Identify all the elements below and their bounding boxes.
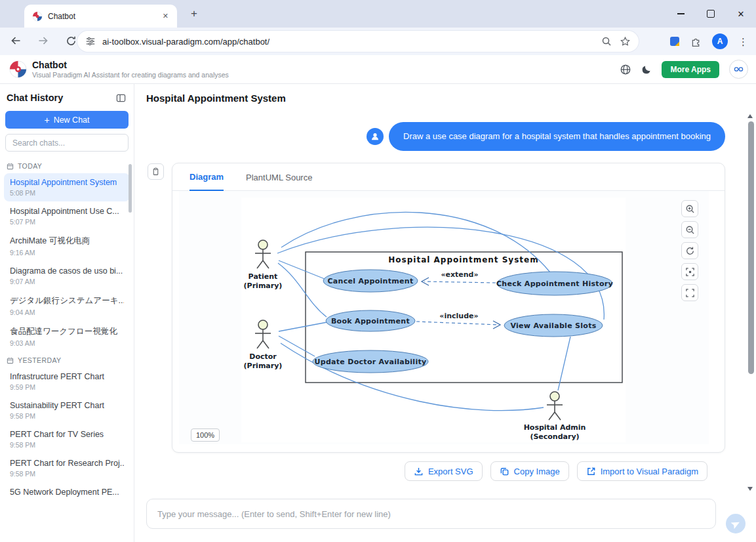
import-to-visual-paradigm-button[interactable]: Import to Visual Paradigm [577,461,707,481]
send-button[interactable] [726,514,746,533]
chat-history-item[interactable]: 5G Network Deployment PE... [4,483,130,503]
tab-diagram[interactable]: Diagram [189,172,224,191]
chat-history-item[interactable]: Diagrama de casos de uso bi... 9:07 AM [4,262,130,290]
actor-role: (Primary) [244,281,283,290]
forward-icon [37,35,49,47]
diagram-zoom-controls [681,200,698,301]
browser-tabstrip: Chatbot ✕ + ✕ [0,0,756,28]
user-icon [370,132,380,141]
chatbot-avatar-button[interactable] [729,60,748,79]
window-maximize-button[interactable] [696,0,726,28]
result-tabs: Diagram PlantUML Source [172,163,725,191]
search-chats-input[interactable] [6,138,128,148]
chat-history-item[interactable]: 食品配達ワークフロー視覚化 9:03 AM [4,322,130,352]
fullscreen-icon [685,288,695,298]
browser-tab[interactable]: Chatbot ✕ [24,5,177,28]
maximize-icon [707,10,715,18]
chat-item-time: 5:08 PM [10,189,124,197]
chat-history-item[interactable]: PERT Chart for Research Proj... 9:58 PM [4,454,130,482]
export-svg-button[interactable]: Export SVG [405,461,483,481]
language-globe-icon[interactable] [620,64,631,75]
clipboard-icon [151,167,160,176]
use-case-diagram: Hospital Appointment System C [179,191,709,444]
chat-item-time: 9:58 PM [10,412,124,420]
chat-history-item[interactable]: ArchiMate 可视化电商 9:16 AM [4,231,130,261]
dark-mode-moon-icon[interactable] [641,64,652,75]
new-chat-label: New Chat [54,115,90,125]
chat-area: Draw a use case diagram for a hospital s… [134,112,756,493]
chat-history-item[interactable]: PERT Chart for TV Series 9:58 PM [4,425,130,453]
actor-name: Hospital Admin [524,423,586,432]
diagram-viewport[interactable]: Hospital Appointment System C [179,191,709,444]
chat-item-time: 5:07 PM [10,218,124,226]
section-label: TODAY [18,162,42,170]
back-button[interactable] [7,31,25,50]
chat-item-title: Infrastructure PERT Chart [10,372,124,381]
tab-close-icon[interactable]: ✕ [159,10,172,22]
message-input-box [146,499,716,529]
chat-item-title: Hospital Appointment Use C... [10,207,124,216]
chat-history-item[interactable]: Sustainability PERT Chart 9:58 PM [4,396,130,425]
section-label: YESTERDAY [18,356,61,364]
actor-name: Patient [249,272,278,281]
actor-name: Doctor [249,352,277,361]
chat-item-title: 食品配達ワークフロー視覚化 [10,326,124,337]
message-input[interactable] [147,509,715,519]
calendar-icon [7,357,14,364]
scroll-down-arrow[interactable] [747,487,753,491]
copy-icon [500,467,509,476]
fit-to-screen-button[interactable] [681,263,698,280]
tab-title: Chatbot [48,12,159,21]
chat-item-title: Hospital Appointment System [10,178,124,187]
chat-scrollbar-thumb[interactable] [748,121,754,374]
zoom-in-icon [685,204,695,214]
fullscreen-button[interactable] [681,284,698,301]
tab-plantuml-source[interactable]: PlantUML Source [246,173,312,190]
copy-image-button[interactable]: Copy Image [490,461,569,481]
copy-response-button[interactable] [148,163,164,180]
zoom-in-button[interactable] [681,200,698,217]
scroll-up-arrow[interactable] [747,114,753,118]
new-tab-button[interactable]: + [186,6,202,22]
reset-view-button[interactable] [681,242,698,259]
usecase-label: Book Appointment [331,317,410,325]
forward-button[interactable] [34,31,52,50]
more-apps-button[interactable]: More Apps [662,61,719,78]
bot-glasses-icon [733,64,744,75]
collapse-panel-icon[interactable] [116,93,126,103]
window-minimize-button[interactable] [666,0,696,28]
bookmark-star-icon[interactable] [620,36,631,47]
chat-item-title: PERT Chart for TV Series [10,430,124,439]
system-boundary-title: Hospital Appointment System [388,255,538,264]
plus-icon: + [44,115,49,125]
chat-history-item[interactable]: Infrastructure PERT Chart 9:59 PM [4,367,130,396]
site-settings-icon[interactable] [85,36,96,47]
user-avatar [367,128,384,145]
chat-history-item[interactable]: Hospital Appointment Use C... 5:07 PM [4,202,130,230]
sidebar-scrollbar-thumb[interactable] [129,164,132,213]
extensions-puzzle-icon[interactable] [690,36,702,47]
copy-image-label: Copy Image [514,467,560,476]
chat-item-title: デジタル銀行システムアーキ... [10,295,124,306]
extension-shortcut-icon[interactable] [669,36,680,47]
window-close-button[interactable]: ✕ [726,0,756,28]
zoom-out-button[interactable] [681,221,698,238]
chat-history-item[interactable]: デジタル銀行システムアーキ... 9:04 AM [4,291,130,321]
app-header: Chatbot Visual Paradigm AI Assistant for… [0,55,756,84]
usecase-label: View Available Slots [510,322,596,330]
paper-plane-icon [731,519,741,529]
chat-history-item[interactable]: Hospital Appointment System 5:08 PM [4,173,130,201]
browser-menu-icon[interactable]: ⋮ [738,37,748,47]
chat-item-time: 9:07 AM [10,278,124,285]
chat-item-title: Diagrama de casos de uso bi... [10,266,124,276]
reload-icon [66,35,77,47]
address-bar[interactable]: ai-toolbox.visual-paradigm.com/app/chatb… [77,31,639,52]
download-icon [414,467,424,476]
new-chat-button[interactable]: + New Chat [5,111,129,129]
profile-avatar[interactable]: A [712,33,728,49]
chat-item-title: Sustainability PERT Chart [10,401,124,410]
zoom-indicator-icon[interactable] [601,36,612,47]
chat-item-time: 9:03 AM [10,339,124,347]
zoom-level-badge: 100% [191,428,220,442]
response-card: Diagram PlantUML Source [172,163,725,453]
